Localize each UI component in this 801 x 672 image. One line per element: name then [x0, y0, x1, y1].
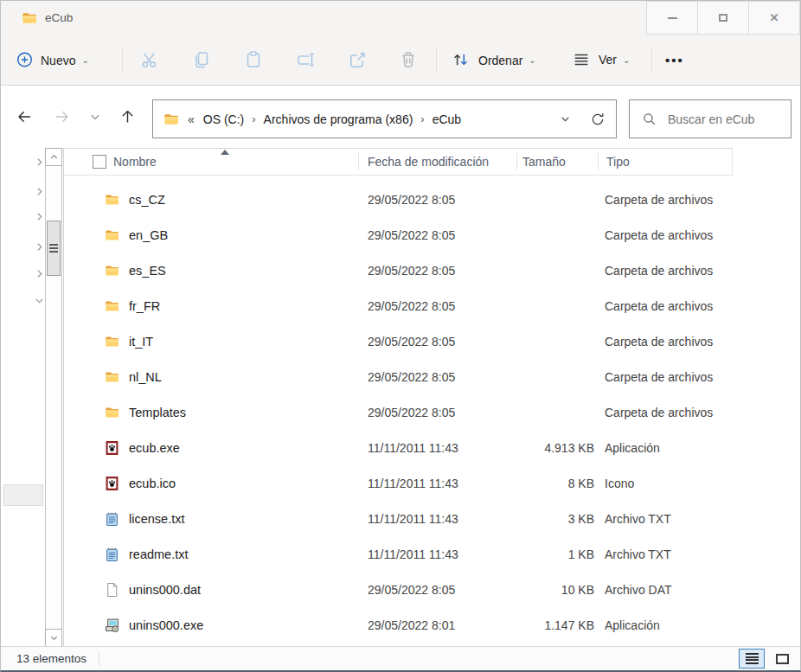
column-header-row: Nombre Fecha de modificación Tamaño Tipo [64, 148, 733, 176]
navigation-row: « OS (C:)›Archivos de programa (x86)›eCu… [1, 86, 800, 148]
column-divider[interactable] [358, 153, 359, 170]
file-row[interactable]: Templates29/05/2022 8:05Carpeta de archi… [64, 394, 800, 430]
breadcrumb-overflow[interactable]: « [188, 112, 195, 126]
file-panel: Nombre Fecha de modificación Tamaño Tipo… [64, 148, 800, 647]
status-bar: 13 elementos [1, 646, 800, 670]
share-button[interactable] [347, 49, 368, 70]
file-row[interactable]: nl_NL29/05/2022 8:05Carpeta de archivos [64, 359, 800, 394]
cut-button[interactable] [139, 49, 160, 70]
breadcrumb-item[interactable]: Archivos de programa (x86) [264, 112, 413, 126]
tree-collapse-chevron-icon[interactable] [34, 295, 45, 306]
breadcrumb-item[interactable]: eCub [433, 112, 461, 126]
new-button-label: Nuevo [41, 53, 75, 67]
folder-icon [105, 263, 119, 278]
trash-icon [398, 49, 419, 70]
file-date: 29/05/2022 8:01 [368, 618, 455, 632]
column-divider[interactable] [598, 153, 599, 170]
file-size: 1.147 KB [516, 618, 594, 632]
folder-icon [105, 227, 119, 242]
tree-expand-chevron-icon[interactable] [34, 157, 45, 168]
more-options-button[interactable]: ••• [665, 53, 684, 67]
search-box[interactable] [629, 99, 791, 138]
window-title: eCub [45, 11, 73, 24]
main-content: Nombre Fecha de modificación Tamaño Tipo… [1, 148, 800, 647]
select-all-checkbox[interactable] [93, 155, 106, 169]
copy-button[interactable] [191, 49, 212, 70]
tree-expand-chevron-icon[interactable] [34, 241, 45, 253]
scrollbar-thumb[interactable] [47, 221, 61, 276]
delete-button[interactable] [398, 49, 419, 70]
breadcrumb-separator-icon: › [252, 112, 255, 125]
file-date: 11/11/2011 11:43 [368, 477, 458, 490]
file-size: 3 KB [516, 512, 594, 526]
file-row[interactable]: unins000.dat29/05/2022 8:0510 KBArchivo … [64, 572, 800, 607]
refresh-icon[interactable] [590, 112, 606, 127]
ecub-app-icon [105, 476, 119, 490]
tree-expand-chevron-icon[interactable] [34, 186, 45, 197]
command-bar: Nuevo ⌄ Ordenar ⌄ Ver [1, 35, 800, 86]
ellipsis-icon: ••• [665, 53, 684, 67]
tree-expand-chevron-icon[interactable] [34, 211, 45, 222]
column-header-type[interactable]: Tipo [606, 155, 630, 169]
maximize-button[interactable] [697, 1, 749, 35]
file-row[interactable]: ecub.ico11/11/2011 11:438 KBIcono [64, 465, 800, 501]
text-file-icon [105, 511, 119, 526]
address-bar[interactable]: « OS (C:)›Archivos de programa (x86)›eCu… [152, 99, 617, 138]
nav-pane-scroll-thumb[interactable] [3, 484, 43, 506]
file-type: Archivo TXT [605, 512, 671, 526]
file-row[interactable]: ecub.exe11/11/2011 11:434.913 KBAplicaci… [64, 430, 800, 465]
scroll-up-button[interactable] [45, 148, 62, 166]
column-divider[interactable] [516, 153, 517, 170]
file-row[interactable]: es_ES29/05/2022 8:05Carpeta de archivos [64, 253, 800, 288]
new-button[interactable]: Nuevo ⌄ [16, 52, 89, 68]
chevron-down-icon: ⌄ [623, 55, 630, 65]
maximize-icon [719, 14, 727, 22]
file-type: Archivo DAT [605, 583, 672, 597]
text-file-icon [105, 547, 119, 561]
file-row[interactable]: it_IT29/05/2022 8:05Carpeta de archivos [64, 323, 800, 359]
sort-ascending-icon [221, 150, 229, 155]
file-date: 29/05/2022 8:05 [368, 299, 455, 313]
file-row[interactable]: fr_FR29/05/2022 8:05Carpeta de archivos [64, 288, 800, 323]
column-header-size[interactable]: Tamaño [522, 155, 566, 169]
recent-locations-button[interactable] [89, 111, 101, 123]
file-size: 10 KB [516, 583, 594, 597]
search-icon [642, 112, 657, 126]
breadcrumb-item[interactable]: OS (C:) [203, 112, 244, 126]
status-divider [99, 651, 99, 666]
sort-icon [451, 50, 471, 70]
file-date: 29/05/2022 8:05 [368, 335, 455, 349]
minimize-button[interactable] [646, 1, 698, 35]
forward-button[interactable] [53, 108, 71, 126]
file-type: Aplicación [605, 618, 660, 632]
scroll-down-button[interactable] [45, 629, 62, 647]
large-icons-view-button[interactable] [769, 649, 795, 669]
search-input[interactable] [668, 112, 772, 126]
file-row[interactable]: en_GB29/05/2022 8:05Carpeta de archivos [64, 217, 800, 253]
file-name: unins000.dat [129, 583, 201, 597]
close-button[interactable]: ✕ [748, 1, 800, 35]
sort-button[interactable]: Ordenar ⌄ [451, 50, 536, 70]
column-header-name[interactable]: Nombre [113, 155, 157, 169]
back-button[interactable] [16, 108, 34, 126]
toolbar-divider [436, 47, 437, 74]
address-dropdown-icon[interactable] [560, 113, 571, 125]
view-button[interactable]: Ver ⌄ [572, 50, 630, 69]
tree-expand-chevron-icon[interactable] [34, 268, 45, 279]
file-name: es_ES [129, 264, 166, 278]
file-row[interactable]: cs_CZ29/05/2022 8:05Carpeta de archivos [64, 182, 800, 217]
chevron-down-icon: ⌄ [529, 55, 535, 65]
paste-button[interactable] [243, 49, 264, 70]
file-row[interactable]: license.txt11/11/2011 11:433 KBArchivo T… [64, 501, 800, 536]
file-type: Icono [605, 477, 634, 490]
installer-icon [105, 618, 119, 632]
up-button[interactable] [119, 108, 137, 126]
vertical-scrollbar[interactable] [45, 148, 62, 647]
file-row[interactable]: unins000.exe29/05/2022 8:011.147 KBAplic… [64, 607, 800, 643]
file-row[interactable]: readme.txt11/11/2011 11:431 KBArchivo TX… [64, 536, 800, 572]
file-type: Archivo TXT [605, 547, 671, 561]
column-header-date[interactable]: Fecha de modificación [368, 155, 489, 169]
file-name: nl_NL [129, 370, 162, 384]
rename-button[interactable] [295, 49, 316, 70]
details-view-button[interactable] [739, 649, 765, 669]
